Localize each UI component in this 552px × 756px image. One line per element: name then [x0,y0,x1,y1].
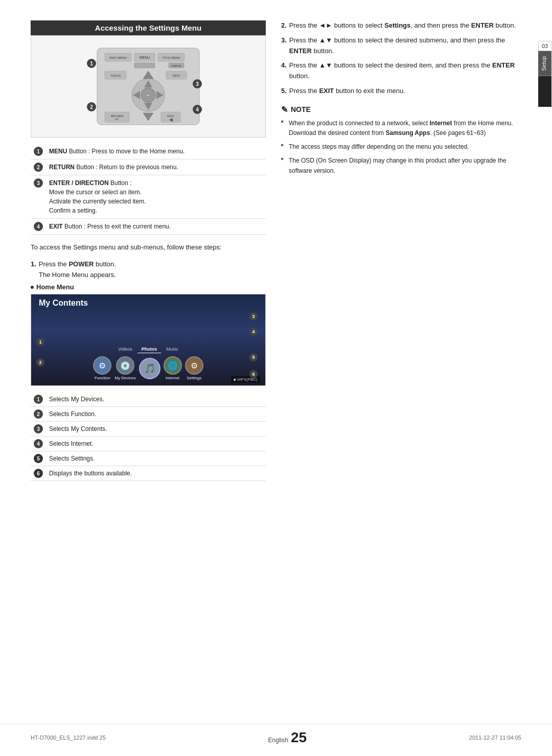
callout-4: 4 [193,105,202,114]
page-number: English 25 [268,729,307,746]
button-descriptions-table: 1 MENU Button : Press to move to the Hom… [31,144,266,235]
home-desc-3: Selects My Contents. [46,422,266,437]
home-menu-box: My Contents Videos Photos Music ⚙ Functi… [31,294,266,386]
callout-1: 1 [87,59,96,68]
note-item-3: The OSD (On Screen Display) may change i… [281,156,521,175]
home-menu-tabs: Videos Photos Music [31,346,265,353]
svg-text:DISC MENU: DISC MENU [109,56,127,59]
note-title: ✎ NOTE [281,105,521,114]
note-list: When the product is connected to a netwo… [281,119,521,176]
function-icon: ⚙ [93,356,111,375]
step-1-number: 1. [31,259,36,281]
intro-text: To access the Settings menu and sub-menu… [31,242,266,253]
table-row: 5 Selects Settings. [31,451,266,466]
home-tab-music: Music [162,346,182,353]
home-num-5: 5 [34,454,43,463]
home-desc-6: Displays the buttons available. [46,466,266,481]
home-num-cell-1: 1 [31,392,46,407]
settings-icon: ⚙ [185,356,203,375]
callout-2: 2 [87,102,96,111]
step-3: 3. Press the ▲▼ buttons to select the de… [281,35,521,57]
page-container: 03 Setup Accessing the Settings Menu 1 2 [0,0,552,756]
side-tab-number: 03 [538,41,551,51]
home-menu-inner: My Contents Videos Photos Music ⚙ Functi… [31,294,265,385]
table-row: 2 Selects Function. [31,407,266,422]
menu-item-function: ⚙ Function [93,356,111,380]
svg-text:↩: ↩ [115,117,119,122]
step-1-text: Press the POWER button. The Home Menu ap… [39,259,116,281]
home-desc-2: Selects Function. [46,407,266,422]
table-row: 3 Selects My Contents. [31,422,266,437]
side-tab-label: Setup [538,51,551,76]
svg-text:TOOLS: TOOLS [110,74,121,77]
home-tab-videos: Videos [114,346,136,353]
home-desc-4: Selects Internet. [46,437,266,451]
svg-text:POPUP: POPUP [171,64,181,67]
note-label: NOTE [291,105,311,113]
remote-diagram: 1 2 3 4 [31,35,266,138]
step-5-number: 5. [281,86,287,97]
step-4-text: Press the ▲▼ buttons to select the desir… [289,60,521,82]
home-num-cell-4: 4 [31,437,46,451]
num-circle-3: 3 [34,178,43,188]
settings-label: Settings [187,376,201,380]
home-num-cell-2: 2 [31,407,46,422]
table-row: 4 Selects Internet. [31,437,266,451]
left-column: Accessing the Settings Menu 1 2 3 [31,20,266,481]
bullet-dot [31,286,34,289]
home-num-6: 6 [34,469,43,478]
callout-3: 3 [193,79,202,88]
remote-svg-wrap: 1 2 3 4 [82,43,215,129]
note-item-2: The access steps may differ depending on… [281,142,521,152]
callout-cell-3: 3 [31,175,46,219]
num-circle-1: 1 [34,147,43,156]
language-label: English [268,737,288,744]
my-devices-label: My Devices [114,376,135,380]
step-2: 2. Press the ◄► buttons to select Settin… [281,20,521,31]
home-num-cell-5: 5 [31,451,46,466]
home-num-cell-6: 6 [31,466,46,481]
side-tab-black [538,76,551,107]
note-icon: ✎ [281,105,288,114]
home-num-2: 2 [34,409,43,419]
note-item-1: When the product is connected to a netwo… [281,119,521,138]
step-5-text: Press the EXIT button to exit the menu. [289,86,405,97]
internet-icon: 🌐 [164,356,182,375]
menu-item-settings: ⚙ Settings [185,356,203,380]
step-4: 4. Press the ▲▼ buttons to select the de… [281,60,521,82]
desc-cell-4: EXIT Button : Press to exit the current … [46,219,266,235]
step-2-text: Press the ◄► buttons to select Settings,… [289,20,516,31]
footer-left: HT-D7000_ELS_1227.indd 25 [31,735,106,741]
step-1: 1. Press the POWER button. The Home Menu… [31,259,266,281]
home-desc-1: Selects My Devices. [46,392,266,407]
menu-item-center: 🎵 [139,358,160,379]
desc-cell-3: ENTER / DIRECTION Button : Move the curs… [46,175,266,219]
callout-cell-2: 2 [31,159,46,175]
home-num-4: 4 [34,439,43,448]
section-title: Accessing the Settings Menu [31,20,266,35]
step-5: 5. Press the EXIT button to exit the men… [281,86,521,97]
my-devices-icon: 💿 [116,356,134,375]
side-tab: 03 Setup [538,41,552,107]
menu-item-my-devices: 💿 My Devices [114,356,135,380]
center-icon: 🎵 [139,358,160,379]
callout-cell-1: 1 [31,144,46,159]
menu-item-internet: 🌐 Internet [164,356,182,380]
step-2-number: 2. [281,20,287,31]
svg-text:INFO: INFO [173,74,180,77]
right-column: 2. Press the ◄► buttons to select Settin… [281,20,521,481]
step-3-number: 3. [281,35,287,57]
desc-cell-1: MENU Button : Press to move to the Home … [46,144,266,159]
home-tab-photos: Photos [137,346,162,353]
home-num-3: 3 [34,424,43,433]
page-num-big: 25 [291,729,307,746]
home-num-1: 1 [34,395,43,404]
table-row: 1 Selects My Devices. [31,392,266,407]
function-label: Function [95,376,110,380]
table-row: 6 Displays the buttons available. [31,466,266,481]
home-menu-title: My Contents [39,299,88,308]
table-row: 4 EXIT Button : Press to exit the curren… [31,219,266,235]
note-section: ✎ NOTE When the product is connected to … [281,105,521,176]
main-content: Accessing the Settings Menu 1 2 3 [31,20,521,481]
num-circle-4: 4 [34,222,43,231]
